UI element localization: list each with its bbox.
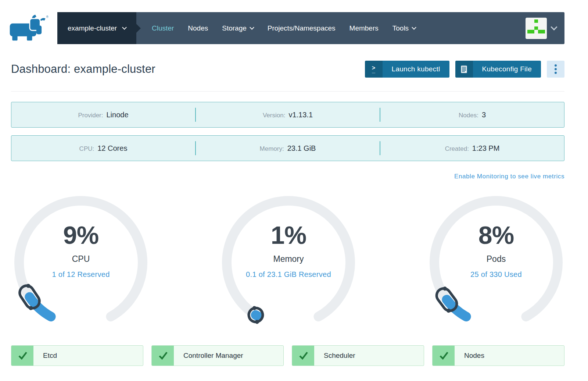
avatar-identicon xyxy=(527,19,545,37)
launch-kubectl-label: Launch kubectl xyxy=(383,61,449,78)
nav-item-list: Cluster Nodes Storage Projects/Namespace… xyxy=(152,24,416,32)
nav-item-nodes[interactable]: Nodes xyxy=(188,24,208,32)
terminal-icon: >_ xyxy=(365,61,383,78)
svg-text:®: ® xyxy=(46,15,49,18)
info-memory: Memory: 23.1 GiB xyxy=(196,144,380,153)
status-badge-nodes: Nodes xyxy=(432,345,564,366)
pods-gauge-arc xyxy=(423,189,570,336)
info-value: 1:23 PM xyxy=(472,144,499,153)
nav-item-label: Storage xyxy=(222,24,247,32)
info-label: Created: xyxy=(445,145,469,153)
kubeconfig-file-label: Kubeconfig File xyxy=(473,61,541,78)
nav-item-label: Projects/Namespaces xyxy=(268,24,336,32)
nav-item-label: Nodes xyxy=(188,24,208,32)
check-icon xyxy=(152,346,174,366)
user-avatar[interactable] xyxy=(526,18,547,39)
user-menu xyxy=(526,18,564,39)
info-value: Linode xyxy=(106,111,128,119)
file-icon xyxy=(455,61,473,78)
nav-item-storage[interactable]: Storage xyxy=(222,24,254,32)
info-value: 3 xyxy=(482,111,486,119)
status-badge-etcd: Etcd xyxy=(11,345,143,366)
cluster-info-bar-top: Provider: Linode Version: v1.13.1 Nodes:… xyxy=(11,102,564,128)
nav-item-cluster[interactable]: Cluster xyxy=(152,24,174,32)
more-actions-button[interactable] xyxy=(547,61,564,78)
cpu-gauge-arc xyxy=(7,189,154,336)
info-label: Memory: xyxy=(260,145,284,153)
resource-gauges: 9% CPU 1 of 12 Reserved 1% Memory 0.1 of… xyxy=(7,189,570,336)
user-menu-chevron-icon[interactable] xyxy=(551,24,557,30)
status-badge-label: Controller Manager xyxy=(174,346,243,366)
nav-item-members[interactable]: Members xyxy=(349,24,379,32)
check-icon xyxy=(433,346,455,366)
nav-item-tools[interactable]: Tools xyxy=(392,24,416,32)
cpu-gauge: 9% CPU 1 of 12 Reserved xyxy=(7,189,154,336)
info-label: Version: xyxy=(263,112,285,119)
monitoring-row: Enable Monitoring to see live metrics xyxy=(11,173,564,181)
check-icon xyxy=(11,346,33,366)
main-nav: example-cluster Cluster Nodes Storage Pr… xyxy=(57,12,564,44)
chevron-down-icon xyxy=(122,25,127,30)
chevron-down-icon xyxy=(250,25,254,30)
info-created: Created: 1:23 PM xyxy=(380,144,564,153)
rancher-cow-icon: ® xyxy=(7,14,50,42)
status-badge-controller-manager: Controller Manager xyxy=(151,345,284,366)
info-version: Version: v1.13.1 xyxy=(196,111,380,119)
rancher-cluster-dashboard: ® example-cluster Cluster Nodes Storage xyxy=(0,0,588,366)
cluster-selector-label: example-cluster xyxy=(68,24,117,32)
nav-item-label: Cluster xyxy=(152,24,174,32)
info-nodes: Nodes: 3 xyxy=(380,111,564,119)
info-label: CPU: xyxy=(79,145,94,153)
nav-item-projects-namespaces[interactable]: Projects/Namespaces xyxy=(268,24,336,32)
check-icon xyxy=(292,346,314,366)
active-cluster-pointer xyxy=(136,24,141,33)
info-cpu: CPU: 12 Cores xyxy=(11,144,195,153)
kebab-menu-icon xyxy=(555,64,557,74)
cluster-info-bar-bottom: CPU: 12 Cores Memory: 23.1 GiB Created: … xyxy=(11,135,564,161)
rancher-logo[interactable]: ® xyxy=(0,12,57,44)
memory-gauge-arc xyxy=(215,189,362,336)
section-divider xyxy=(11,91,564,92)
memory-gauge: 1% Memory 0.1 of 23.1 GiB Reserved xyxy=(215,189,362,336)
status-badge-label: Etcd xyxy=(33,346,57,366)
header-actions: >_ Launch kubectl xyxy=(365,61,564,78)
status-badge-label: Scheduler xyxy=(314,346,355,366)
status-badge-scheduler: Scheduler xyxy=(292,345,424,366)
info-provider: Provider: Linode xyxy=(11,111,195,119)
status-badge-label: Nodes xyxy=(455,346,484,366)
launch-kubectl-button[interactable]: >_ Launch kubectl xyxy=(365,61,449,78)
chevron-down-icon xyxy=(412,25,416,30)
cluster-selector[interactable]: example-cluster xyxy=(57,12,136,44)
info-value: 23.1 GiB xyxy=(287,144,316,153)
page-header: Dashboard: example-cluster >_ Launch kub… xyxy=(11,61,564,78)
enable-monitoring-link[interactable]: Enable Monitoring to see live metrics xyxy=(454,173,564,180)
nav-item-label: Members xyxy=(349,24,379,32)
top-header: ® example-cluster Cluster Nodes Storage xyxy=(0,0,588,44)
info-label: Provider: xyxy=(78,112,103,119)
component-status-row: Etcd Controller Manager Scheduler Nodes xyxy=(11,345,564,366)
info-value: 12 Cores xyxy=(97,144,127,153)
kubeconfig-file-button[interactable]: Kubeconfig File xyxy=(455,61,541,78)
info-value: v1.13.1 xyxy=(288,111,313,119)
pods-gauge: 8% Pods 25 of 330 Used xyxy=(423,189,570,336)
nav-item-label: Tools xyxy=(392,24,409,32)
info-label: Nodes: xyxy=(459,112,478,119)
page-title: Dashboard: example-cluster xyxy=(11,63,155,76)
